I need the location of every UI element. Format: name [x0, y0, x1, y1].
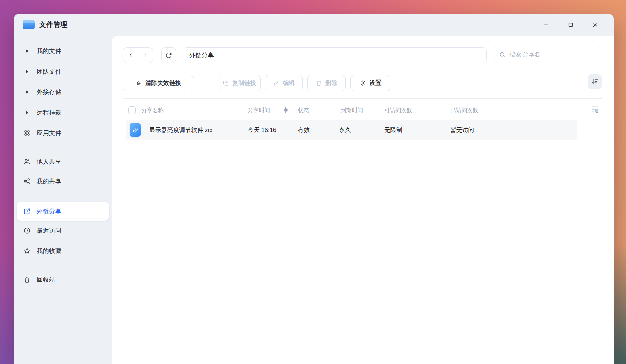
sidebar-item-label: 外接存储: [37, 88, 61, 96]
sidebar-item-label: 回收站: [37, 275, 55, 284]
row-file-name: 显示器亮度调节软件.zip: [149, 120, 212, 140]
row-status: 有效: [298, 120, 310, 140]
titlebar: 文件管理: [14, 14, 614, 36]
triangle-right-icon: [23, 88, 31, 96]
chevron-left-icon: [128, 52, 134, 58]
column-sort-arrows[interactable]: [284, 107, 288, 113]
row-visited-count: 暂无访问: [450, 120, 474, 140]
table-header: 分享名称 分享时间 状态 到期时间 可访问次数 已访问次数: [126, 101, 577, 120]
clock-icon: [23, 226, 31, 235]
file-manager-window: 文件管理 我的文件 团队文件 外接存储: [14, 14, 614, 364]
column-header-limit[interactable]: 可访问次数: [384, 101, 412, 120]
delete-button[interactable]: 删除: [307, 75, 346, 91]
column-header-status[interactable]: 状态: [298, 101, 309, 120]
close-icon: [592, 22, 598, 28]
trash-icon: [23, 275, 31, 284]
column-header-expire[interactable]: 到期时间: [341, 101, 363, 120]
window-controls: [540, 19, 614, 31]
sidebar-item-favorites[interactable]: 我的收藏: [17, 243, 109, 259]
sidebar-item-label: 最近访问: [37, 226, 61, 235]
triangle-right-icon: [23, 47, 31, 55]
sidebar-item-app-files[interactable]: 应用文件: [17, 125, 109, 141]
broom-icon: [135, 80, 142, 86]
refresh-button[interactable]: [161, 47, 176, 63]
refresh-icon: [165, 52, 172, 59]
star-icon: [23, 247, 31, 255]
toolbar-divider: [123, 98, 602, 99]
copy-link-button[interactable]: 复制链接: [218, 75, 261, 91]
select-all-checkbox[interactable]: [128, 106, 136, 114]
button-label: 清除失效链接: [145, 79, 181, 87]
button-label: 删除: [325, 79, 337, 87]
app-identity: 文件管理: [22, 19, 68, 30]
app-title: 文件管理: [39, 20, 68, 29]
column-divider: [243, 107, 243, 114]
sort-order-button[interactable]: [588, 74, 602, 89]
row-access-limit: 无限制: [384, 120, 402, 140]
sidebar-item-label: 外链分享: [37, 207, 61, 216]
column-header-name[interactable]: 分享名称: [141, 101, 164, 120]
current-path: 外链分享: [189, 51, 214, 60]
sidebar-item-external-storage[interactable]: 外接存储: [17, 84, 109, 100]
sidebar-item-my-shares[interactable]: 我的共享: [17, 173, 109, 189]
gear-icon: [359, 80, 366, 86]
back-button[interactable]: [123, 48, 138, 63]
button-label: 设置: [369, 79, 381, 87]
sidebar-item-recycle-bin[interactable]: 回收站: [17, 271, 109, 287]
edit-button[interactable]: 编辑: [265, 75, 303, 91]
sidebar-item-label: 团队文件: [37, 68, 61, 76]
minimize-button[interactable]: [540, 19, 552, 31]
pencil-icon: [273, 80, 280, 86]
nav-history-group: [123, 47, 153, 63]
row-expire-time: 永久: [339, 120, 351, 140]
triangle-right-icon: [23, 109, 31, 117]
search-input[interactable]: [509, 51, 597, 58]
link-icon: [132, 127, 139, 134]
sort-down-icon: [284, 110, 288, 113]
sidebar-item-my-files[interactable]: 我的文件: [17, 43, 109, 59]
column-header-time[interactable]: 分享时间: [248, 101, 270, 120]
forward-button[interactable]: [138, 48, 153, 63]
copy-icon: [223, 80, 229, 86]
share-out-icon: [23, 207, 31, 216]
sidebar-item-team-files[interactable]: 团队文件: [17, 64, 109, 79]
clear-invalid-links-button[interactable]: 清除失效链接: [123, 75, 194, 91]
sidebar-item-label: 我的收藏: [37, 247, 61, 255]
shared-link-file-icon: [130, 123, 141, 137]
sidebar-item-external-link-share[interactable]: 外链分享: [17, 202, 109, 221]
sidebar-item-label: 我的文件: [37, 47, 61, 55]
search-box: [493, 47, 602, 62]
search-icon: [499, 51, 506, 58]
row-share-time: 今天 16:16: [248, 120, 276, 140]
sort-descending-icon: [591, 78, 598, 85]
sort-up-icon: [284, 107, 288, 110]
sidebar-item-label: 应用文件: [37, 129, 61, 137]
button-label: 编辑: [283, 79, 295, 87]
path-field[interactable]: 外链分享: [183, 47, 487, 63]
main-panel: 外链分享 清除失效链接 复制链接 编辑: [112, 36, 614, 364]
share-network-icon: [23, 177, 31, 185]
sidebar-item-recent[interactable]: 最近访问: [17, 222, 109, 238]
column-divider: [381, 107, 381, 114]
sidebar: 我的文件 团队文件 外接存储 远程挂载 应用文件 他人共享: [14, 36, 112, 364]
button-label: 复制链接: [232, 79, 256, 87]
grid-circles-icon: [23, 129, 31, 137]
column-divider: [292, 107, 292, 114]
minimize-icon: [543, 22, 549, 28]
column-divider: [446, 107, 446, 114]
column-settings-icon[interactable]: [591, 105, 600, 114]
close-button[interactable]: [589, 19, 601, 31]
sidebar-item-label: 远程挂载: [37, 109, 61, 117]
users-icon: [23, 158, 31, 166]
sidebar-item-remote-mount[interactable]: 远程挂载: [17, 105, 109, 120]
sidebar-item-label: 我的共享: [37, 177, 61, 185]
column-divider: [336, 107, 336, 114]
settings-button[interactable]: 设置: [350, 75, 390, 91]
table-row[interactable]: 显示器亮度调节软件.zip 今天 16:16 有效 永久 无限制 暂无访问: [126, 120, 577, 140]
sidebar-item-shared-by-others[interactable]: 他人共享: [17, 154, 109, 169]
maximize-button[interactable]: [564, 19, 577, 31]
column-header-visited[interactable]: 已访问次数: [450, 101, 479, 120]
sidebar-item-label: 他人共享: [37, 158, 61, 166]
trash-icon: [316, 80, 322, 86]
chevron-right-icon: [142, 52, 148, 58]
